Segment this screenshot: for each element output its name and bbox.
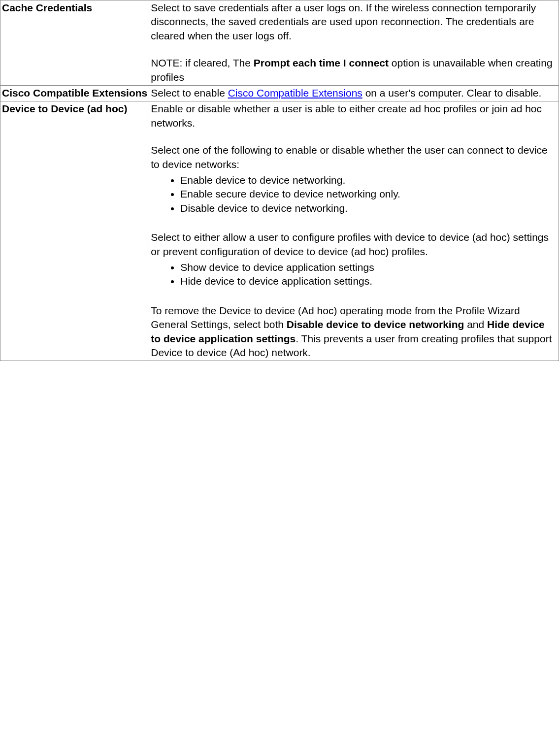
- text: NOTE: if cleared, The: [151, 57, 254, 68]
- list-item: Show device to device application settin…: [180, 261, 557, 274]
- bold-text: Prompt each time I connect: [254, 57, 389, 68]
- bullet-list: Enable device to device networking. Enab…: [151, 173, 557, 215]
- list-item: Enable device to device networking.: [180, 173, 557, 187]
- paragraph: Select to save credentials after a user …: [151, 1, 557, 43]
- text: on a user's computer. Clear to disable.: [362, 87, 542, 99]
- paragraph: Enable or disable whether a user is able…: [151, 102, 557, 130]
- table-row: Device to Device (ad hoc) Enable or disa…: [0, 101, 559, 361]
- text: and: [464, 319, 487, 330]
- row-label-cisco-extensions: Cisco Compatible Extensions: [0, 86, 149, 101]
- list-item: Enable secure device to device networkin…: [180, 187, 557, 201]
- paragraph: Select one of the following to enable or…: [151, 143, 557, 171]
- paragraph: Select to enable Cisco Compatible Extens…: [151, 86, 557, 100]
- cisco-compatible-extensions-link[interactable]: Cisco Compatible Extensions: [228, 87, 362, 99]
- paragraph-note: NOTE: if cleared, The Prompt each time I…: [151, 56, 557, 84]
- bullet-list: Show device to device application settin…: [151, 261, 557, 289]
- row-label-device-to-device: Device to Device (ad hoc): [0, 101, 149, 361]
- table-row: Cisco Compatible Extensions Select to en…: [0, 86, 559, 101]
- text: Select to enable: [151, 87, 228, 99]
- list-item: Disable device to device networking.: [180, 201, 557, 215]
- settings-table: Cache Credentials Select to save credent…: [0, 0, 559, 361]
- paragraph: To remove the Device to device (Ad hoc) …: [151, 304, 557, 360]
- list-item: Hide device to device application settin…: [180, 274, 557, 288]
- row-desc-cisco-extensions: Select to enable Cisco Compatible Extens…: [149, 86, 559, 101]
- bold-text: Disable device to device networking: [287, 319, 464, 330]
- row-label-cache-credentials: Cache Credentials: [0, 0, 149, 86]
- paragraph: Select to either allow a user to configu…: [151, 230, 557, 259]
- row-desc-device-to-device: Enable or disable whether a user is able…: [149, 101, 559, 361]
- row-desc-cache-credentials: Select to save credentials after a user …: [149, 0, 559, 86]
- table-row: Cache Credentials Select to save credent…: [0, 0, 559, 86]
